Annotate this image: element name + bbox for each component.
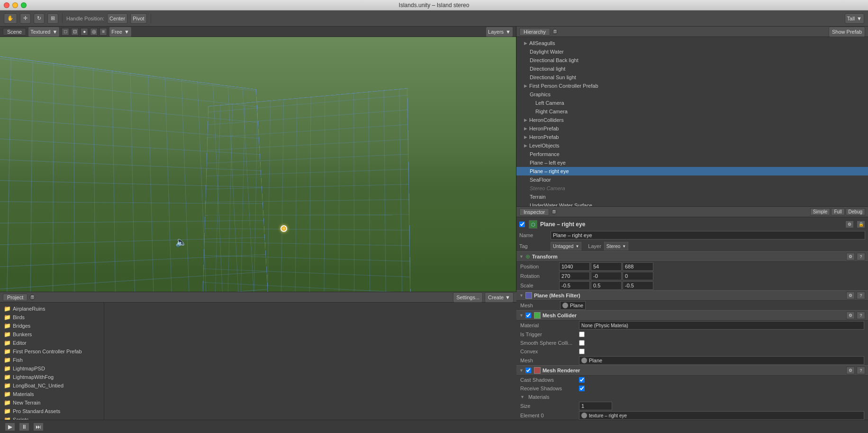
pivot-button[interactable]: Pivot — [130, 13, 146, 24]
tag-dropdown[interactable]: Untagged ▼ — [551, 242, 581, 250]
rotation-x-input[interactable] — [559, 272, 590, 280]
scene-tab[interactable]: Scene — [3, 28, 26, 36]
hand-tool-button[interactable]: ✋ — [4, 13, 17, 24]
project-folder-airplaneruins[interactable]: 📁AirplaneRuins — [0, 304, 104, 313]
meshcollider-help-icon[interactable]: ? — [857, 312, 865, 319]
project-folder-pro-standard-assets[interactable]: 📁Pro Standard Assets — [0, 407, 104, 415]
hierarchy-menu-icon[interactable]: ☰ — [552, 29, 558, 35]
project-folder-longboat_nc_untied[interactable]: 📁LongBoat_NC_Untied — [0, 381, 104, 390]
hier-item-terrain[interactable]: Terrain — [516, 193, 868, 201]
project-folder-bunkers[interactable]: 📁Bunkers — [0, 330, 104, 339]
debug-mode-button[interactable]: Debug — [846, 208, 865, 215]
inspector-settings-icon[interactable]: ⚙ — [845, 221, 854, 228]
hier-item-underwater[interactable]: UnderWater Water Surface — [516, 201, 868, 206]
collider-mesh-selector[interactable]: Plane — [579, 356, 864, 365]
project-folder-new-terrain[interactable]: 📁New Terrain — [0, 398, 104, 407]
project-folder-bridges[interactable]: 📁Bridges — [0, 322, 104, 330]
minimize-button[interactable] — [12, 2, 18, 8]
hier-item-planelefteye[interactable]: Plane – left eye — [516, 158, 868, 167]
create-button[interactable]: Create ▼ — [485, 292, 514, 303]
hier-item-allseagulls[interactable]: ▶ AllSeagulls — [516, 39, 868, 47]
receive-shadows-checkbox[interactable] — [579, 386, 585, 391]
project-folder-lightmappsd[interactable]: 📁LightmapPSD — [0, 364, 104, 373]
scene-options-1[interactable]: □ — [62, 28, 69, 36]
hier-item-directionalsunlight[interactable]: Directional Sun light — [516, 73, 868, 82]
is-trigger-checkbox[interactable] — [579, 332, 585, 337]
project-folder-first-person-controller-prefab[interactable]: 📁First Person Controller Prefab — [0, 347, 104, 356]
project-folder-fish[interactable]: 📁Fish — [0, 356, 104, 364]
inspector-menu-icon[interactable]: ☰ — [551, 209, 557, 215]
inspector-tab[interactable]: Inspector — [519, 208, 549, 216]
layers-dropdown[interactable]: Layers ▼ — [486, 27, 513, 37]
name-input[interactable] — [551, 231, 865, 240]
hier-item-directionallight[interactable]: Directional light — [516, 64, 868, 73]
pause-button[interactable]: ⏸ — [19, 423, 29, 431]
project-folder-editor[interactable]: 📁Editor — [0, 339, 104, 347]
layer-dropdown[interactable]: Stereo ▼ — [604, 242, 628, 250]
mesh-renderer-section-header[interactable]: ▼ Mesh Renderer ⚙ ? — [516, 365, 868, 376]
meshrenderer-settings-icon[interactable]: ⚙ — [846, 367, 855, 374]
step-button[interactable]: ⏭ — [33, 423, 44, 431]
move-tool-button[interactable]: ✛ — [20, 13, 31, 24]
scene-options-5[interactable]: ≡ — [99, 28, 107, 36]
project-folder-birds[interactable]: 📁Birds — [0, 313, 104, 322]
hier-item-directionalbacklight[interactable]: Directional Back light — [516, 56, 868, 64]
element0-selector[interactable]: texture – right eye — [579, 411, 864, 420]
project-tab[interactable]: Project — [3, 294, 27, 301]
hier-item-levelobjects[interactable]: ▶ LevelObjects — [516, 141, 868, 150]
scale-tool-button[interactable]: ⊞ — [47, 13, 58, 24]
hier-item-graphics[interactable]: Graphics — [516, 90, 868, 99]
object-active-checkbox[interactable] — [519, 221, 525, 227]
settings-button[interactable]: Settings... — [453, 292, 483, 303]
center-button[interactable]: Center — [107, 13, 127, 24]
meshrenderer-help-icon[interactable]: ? — [857, 367, 865, 374]
rotation-z-input[interactable] — [623, 272, 653, 280]
tall-dropdown[interactable]: Tall ▼ — [845, 13, 864, 24]
meshfilter-help-icon[interactable]: ? — [857, 292, 865, 299]
position-x-input[interactable] — [559, 262, 590, 271]
free-dropdown[interactable]: Free ▼ — [109, 27, 132, 37]
project-menu-icon[interactable]: ☰ — [29, 295, 35, 300]
scale-z-input[interactable] — [623, 281, 653, 290]
scale-y-input[interactable] — [591, 281, 622, 290]
hier-item-firstperson[interactable]: ▶ First Person Controller Prefab — [516, 82, 868, 90]
mesh-collider-active-checkbox[interactable] — [525, 313, 531, 318]
meshfilter-settings-icon[interactable]: ⚙ — [846, 292, 855, 299]
convex-checkbox[interactable] — [579, 349, 585, 354]
transform-section-header[interactable]: ▼ ⊕ Transform ⚙ ? — [516, 251, 868, 262]
position-z-input[interactable] — [623, 262, 653, 271]
meshcollider-settings-icon[interactable]: ⚙ — [846, 312, 855, 319]
mesh-filter-section-header[interactable]: ▼ Plane (Mesh Filter) ⚙ ? — [516, 290, 868, 301]
hierarchy-tab[interactable]: Hierarchy — [519, 28, 550, 36]
play-button[interactable]: ▶ — [5, 423, 15, 431]
size-input[interactable] — [579, 402, 612, 410]
mesh-collider-section-header[interactable]: ▼ Mesh Collider ⚙ ? — [516, 310, 868, 321]
collider-material-field[interactable]: None (Physic Materia) — [579, 321, 864, 330]
transform-settings-icon[interactable]: ⚙ — [846, 253, 855, 260]
full-mode-button[interactable]: Full — [831, 208, 844, 215]
position-y-input[interactable] — [591, 262, 622, 271]
hier-item-performance[interactable]: Performance — [516, 150, 868, 158]
transform-help-icon[interactable]: ? — [857, 253, 865, 260]
smooth-sphere-checkbox[interactable] — [579, 340, 585, 346]
rotate-tool-button[interactable]: ↻ — [34, 13, 45, 24]
hier-item-heronprefab2[interactable]: ▶ HeronPrefab — [516, 133, 868, 141]
hier-item-heronprefab1[interactable]: ▶ HeronPrefab — [516, 124, 868, 133]
inspector-lock-icon[interactable]: 🔒 — [857, 221, 865, 228]
scale-x-input[interactable] — [559, 281, 590, 290]
mesh-selector[interactable]: Plane — [560, 301, 586, 310]
project-folder-scripts[interactable]: 📁Scripts — [0, 415, 104, 420]
scene-options-4[interactable]: ◎ — [90, 28, 98, 36]
scene-options-2[interactable]: ⊡ — [71, 28, 79, 36]
simple-mode-button[interactable]: Simple — [810, 208, 831, 215]
hier-item-daylightwater[interactable]: Daylight Water — [516, 47, 868, 56]
hier-item-heroncolliders[interactable]: ▶ HeronColliders — [516, 116, 868, 124]
close-button[interactable] — [4, 2, 9, 8]
cast-shadows-checkbox[interactable] — [579, 377, 585, 383]
rotation-y-input[interactable] — [591, 272, 622, 280]
show-prefab-button[interactable]: Show Prefab — [829, 27, 865, 37]
hier-item-stereocamera[interactable]: Stereo Camera — [516, 184, 868, 193]
scene-options-3[interactable]: ● — [81, 28, 88, 36]
hier-item-leftcamera[interactable]: Left Camera — [516, 99, 868, 107]
hier-item-planerighteye[interactable]: Plane – right eye — [516, 167, 868, 175]
